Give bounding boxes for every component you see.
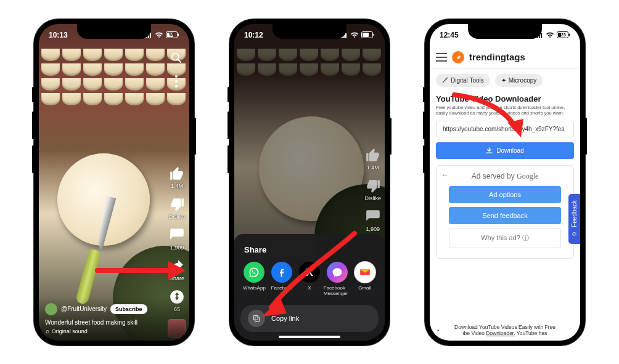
phone-mockup-3: 12:45 23 trendin	[425, 19, 585, 346]
video-title: Wonderful street food making skill	[45, 319, 183, 326]
svg-rect-2	[178, 34, 179, 36]
like-count: 1.4M	[171, 183, 183, 189]
svg-line-5	[178, 59, 181, 62]
sound-row[interactable]: ♫ Original sound	[45, 328, 183, 334]
svg-rect-12	[255, 317, 260, 321]
facebook-icon	[271, 262, 292, 283]
ad-container: ← Ad served by Google Ad options Send fe…	[436, 165, 574, 259]
battery-icon: 58	[166, 31, 179, 38]
breadcrumb-chips: Digital Tools ✦ Microcopy	[430, 69, 580, 92]
like-button[interactable]: 1.4M	[169, 166, 185, 189]
search-icon[interactable]	[170, 51, 183, 65]
expand-caret-icon[interactable]: ⌃	[436, 329, 441, 335]
video-url-input[interactable]: https://youtube.com/shorts/_fy4h_x9zFY?f…	[436, 121, 574, 137]
svg-rect-16	[569, 34, 570, 36]
chip-label: Microcopy	[509, 77, 537, 84]
feedback-side-tab[interactable]: ☺ Feedback	[568, 194, 580, 244]
share-target-label: WhatsApp	[243, 285, 266, 291]
dislike-label: Dislike	[364, 195, 381, 201]
ad-served-by: Ad served by Google	[441, 172, 568, 181]
site-logo-icon[interactable]	[452, 51, 464, 63]
share-target-x[interactable]: X	[296, 262, 323, 296]
hamburger-menu-icon[interactable]	[436, 53, 447, 62]
svg-point-7	[175, 80, 178, 83]
like-count: 1.4M	[367, 164, 379, 171]
more-vert-icon[interactable]	[171, 75, 182, 88]
dislike-button[interactable]: Dislike	[364, 178, 381, 201]
video-info-overlay: @FruitUniversity Subscribe Wonderful str…	[39, 297, 189, 341]
share-label: Share	[170, 275, 184, 281]
share-target-label: Facebook Messenger	[324, 285, 351, 296]
ad-options-button[interactable]: Ad options	[449, 186, 560, 203]
chip-digital-tools[interactable]: Digital Tools	[436, 74, 490, 87]
svg-text:58: 58	[169, 33, 174, 37]
dislike-label: Dislike	[169, 214, 186, 220]
site-header: trendingtags	[430, 46, 580, 69]
comments-button[interactable]: 1,909	[365, 209, 381, 232]
comments-button[interactable]: 1,909	[169, 227, 185, 251]
phone-mockup-2: 10:12	[229, 19, 390, 346]
home-indicator[interactable]	[279, 336, 340, 338]
subscribe-button[interactable]: Subscribe	[110, 304, 147, 314]
battery-icon: 23	[557, 31, 570, 38]
share-target-label: Gmail	[358, 285, 371, 291]
google-wordmark: Google	[517, 172, 538, 180]
music-note-icon: ♫	[45, 328, 49, 334]
channel-handle[interactable]: @FruitUniversity	[61, 305, 107, 312]
comment-count: 1,909	[366, 226, 380, 232]
download-icon	[486, 147, 493, 154]
phone-notch	[77, 24, 151, 39]
like-button[interactable]: 1.4M	[365, 147, 381, 171]
sound-name: Original sound	[52, 328, 88, 334]
feedback-label: Feedback	[571, 200, 578, 227]
share-button[interactable]: Share	[169, 258, 185, 281]
ad-why-button[interactable]: Why this ad? ⓘ	[449, 228, 560, 248]
copy-icon	[248, 310, 265, 327]
gmail-icon	[355, 262, 375, 283]
downloader-website-screen: 12:45 23 trendin	[430, 24, 580, 341]
copy-link-button[interactable]: Copy link	[240, 305, 379, 332]
ad-back-icon[interactable]: ←	[441, 171, 449, 179]
svg-rect-11	[374, 34, 375, 36]
svg-rect-13	[253, 315, 258, 320]
dislike-button[interactable]: Dislike	[169, 196, 186, 220]
status-time: 10:13	[49, 31, 68, 39]
video-content[interactable]	[39, 24, 189, 341]
download-button[interactable]: Download	[436, 142, 574, 159]
battery-icon	[361, 31, 375, 38]
comment-count: 1,909	[170, 245, 184, 251]
share-target-whatsapp[interactable]: WhatsApp	[240, 262, 268, 296]
share-sheet-screen: 10:12	[234, 24, 385, 341]
site-brand[interactable]: trendingtags	[469, 52, 525, 62]
svg-point-6	[175, 75, 178, 78]
ad-send-feedback-button[interactable]: Send feedback	[449, 207, 560, 224]
seo-footer-text: ⌃ Download YouTube Videos Easily with Fr…	[436, 324, 574, 336]
download-label: Download	[496, 147, 523, 154]
feedback-smiley-icon: ☺	[571, 230, 578, 237]
phone-notch	[273, 24, 346, 39]
channel-avatar[interactable]	[45, 303, 57, 315]
sparkle-icon: ✦	[501, 77, 506, 84]
share-target-gmail[interactable]: Gmail	[351, 262, 379, 296]
phone-mockup-1: 10:13 58	[34, 19, 194, 346]
share-sheet: Share WhatsAppFacebookXFacebook Messenge…	[234, 234, 385, 341]
wand-icon	[442, 77, 448, 83]
phone-notch	[468, 24, 542, 39]
wifi-icon	[155, 32, 163, 38]
svg-point-4	[172, 53, 179, 60]
share-sheet-title: Share	[240, 243, 379, 262]
svg-point-8	[175, 85, 178, 87]
share-target-facebook[interactable]: Facebook	[268, 262, 295, 296]
wifi-icon	[350, 32, 359, 38]
share-target-facebook-messenger[interactable]: Facebook Messenger	[324, 262, 351, 296]
action-rail: 1.4M Dislike 1,909	[364, 147, 381, 232]
status-time: 10:12	[244, 31, 263, 39]
svg-rect-10	[363, 33, 369, 37]
page-subtitle: Free youtube video and youtube shorts do…	[436, 105, 574, 116]
chip-microcopy[interactable]: ✦ Microcopy	[495, 74, 543, 87]
wifi-icon	[546, 32, 554, 38]
status-time: 12:45	[440, 31, 459, 39]
page-title: YouTube Video Downloader	[436, 94, 574, 103]
copy-link-label: Copy link	[271, 315, 299, 322]
youtube-shorts-screen: 10:13 58	[39, 24, 189, 341]
